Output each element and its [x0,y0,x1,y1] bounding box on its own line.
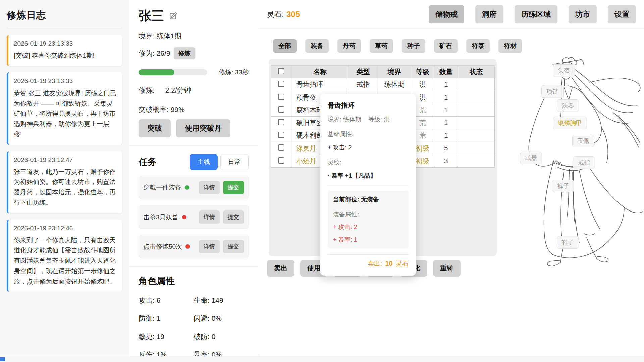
col-qty: 数量 [434,66,458,78]
slot-chest-armor[interactable]: 银鳞胸甲 [553,117,587,129]
filter-ores[interactable]: 矿石 [434,39,458,53]
row-checkbox[interactable] [278,81,284,87]
task-status-dot-icon [185,185,189,190]
tooltip-sell-value: 10 [385,260,392,267]
item-qty: 1 [434,129,458,142]
task-status-dot-icon [182,215,186,219]
task-submit-button[interactable]: 提交 [223,210,244,224]
scrollbar-thumb[interactable] [0,357,5,361]
item-status [458,78,495,91]
cultivate-button[interactable]: 修炼 [174,47,195,59]
table-header-row: 名称 类型 境界 等级 数量 状态 [271,66,495,78]
tooltip-item-name: 骨齿指环 [328,101,409,110]
task-detail-button[interactable]: 详情 [199,240,220,253]
reforge-button[interactable]: 重铸 [433,260,461,277]
item-qty: 5 [434,142,458,155]
horizontal-scrollbar[interactable] [0,356,644,362]
tooltip-equip-box: 当前部位: 无装备 装备属性: + 攻击: 2 + 暴率: 1 [328,191,409,248]
task-item: 点击修炼50次 详情 提交 [139,235,249,258]
row-checkbox[interactable] [278,144,284,151]
item-status [458,129,495,142]
slot-weapon[interactable]: 武器 [520,152,542,164]
breakthrough-button[interactable]: 突破 [139,119,171,137]
item-qty: 1 [434,78,458,91]
slot-necklace[interactable]: 项链 [541,85,564,98]
cultivation-timer: 修炼: 33秒 [219,68,249,77]
task-detail-button[interactable]: 详情 [199,181,220,194]
select-all-checkbox[interactable] [278,68,284,74]
nav-adventure-button[interactable]: 历练区域 [515,5,557,23]
realm-line: 境界: 练体1期 [139,31,249,41]
filter-talisman-materials[interactable]: 符材 [498,39,522,53]
attr-pierce: 破防: 0 [194,332,249,341]
sell-button[interactable]: 卖出 [267,260,294,277]
rate-label: 修炼: [139,86,155,94]
nav-market-button[interactable]: 坊市 [569,5,597,23]
item-status [458,142,495,155]
tab-daily-quest[interactable]: 日常 [220,154,249,170]
filter-equipment[interactable]: 装备 [305,39,329,53]
filter-pills[interactable]: 丹药 [337,39,361,53]
col-status: 状态 [458,66,495,78]
attributes-grid: 攻击: 6 生命: 149 防御: 1 闪避: 0% 敏捷: 19 破防: 0 … [139,296,249,362]
filter-all[interactable]: 全部 [273,39,297,53]
row-checkbox[interactable] [278,132,284,138]
item-status [458,155,495,168]
log-text: 你来到了一个修真大陆，只有击败天道化身才能成仙【需击败战斗地图所有圆满妖兽集齐玉… [14,235,117,287]
slot-pants[interactable]: 裤子 [552,180,574,192]
item-realm: 练体期 [378,78,411,91]
table-row[interactable]: 骨齿指环 戒指 练体期 洪 1 [271,78,495,91]
nav-settings-button[interactable]: 设置 [608,5,636,23]
tooltip-rune-label: 灵纹: [328,158,409,166]
nav-cave-button[interactable]: 洞府 [475,5,503,23]
slot-ring[interactable]: 戒指 [573,156,595,169]
filter-talismans[interactable]: 符箓 [466,39,490,53]
task-submit-button[interactable]: 提交 [223,240,244,253]
attr-dodge: 闪避: 0% [194,314,249,323]
slot-shoes[interactable]: 鞋子 [557,236,579,249]
task-submit-button[interactable]: 提交 [223,181,244,194]
log-entry: 2026-01-19 23:12:47 张三道友，此乃一万灵石，赠予你作为初始仙… [7,151,122,213]
nav-storage-ring-button[interactable]: 储物戒 [429,5,464,23]
cultivation-progress-bar [139,69,207,75]
log-text: 张三道友，此乃一万灵石，赠予你作为初始仙资。你可速去坊市，购置法器丹药，以固本培… [14,167,117,208]
tooltip-equip-attr: + 暴率: 1 [333,236,403,244]
log-entry: 2026-01-19 23:12:46 你来到了一个修真大陆，只有击败天道化身才… [7,220,122,292]
slot-jade-pendant[interactable]: 玉佩 [572,135,594,147]
row-checkbox[interactable] [278,106,284,113]
tab-main-quest[interactable]: 主线 [190,154,218,170]
log-timestamp: 2026-01-19 23:13:33 [14,40,117,47]
slot-artifact[interactable]: 法器 [557,99,579,112]
character-panel: 张三 境界: 练体1期 修为: 26/9 修炼 修炼: 33秒 修炼: 2.2/… [129,0,258,362]
rate-value: 2.2/分钟 [165,86,191,94]
task-name: 击杀3只妖兽 [143,213,179,222]
spirit-stone-label: 灵石: [267,9,284,19]
log-title: 修炼日志 [7,9,122,28]
app-root: 修炼日志 2026-01-19 23:13:33 [突破] 恭喜你突破到练体1期… [0,0,644,362]
attr-attack: 攻击: 6 [139,296,194,305]
topbar: 灵石: 305 储物戒 洞府 历练区域 坊市 设置 [258,0,644,29]
tooltip-equip-label: 装备属性: [333,210,403,218]
spirit-stone-value: 305 [286,10,300,19]
tooltip-base-label: 基础属性: [328,130,409,138]
main-panel: 灵石: 305 储物戒 洞府 历练区域 坊市 设置 全部 装备 丹药 草药 种子… [258,0,644,362]
attr-hp: 生命: 149 [194,296,249,305]
log-timestamp: 2026-01-19 23:12:47 [14,156,117,164]
filter-herbs[interactable]: 草药 [370,39,393,53]
task-item: 击杀3只妖兽 详情 提交 [139,205,249,229]
edit-name-icon[interactable] [169,12,177,20]
use-breakthrough-pill-button[interactable]: 使用突破丹 [176,119,230,137]
task-detail-button[interactable]: 详情 [199,210,220,224]
slot-helmet[interactable]: 头盔 [553,64,575,77]
tooltip-equip-attr: + 攻击: 2 [333,223,403,231]
row-checkbox[interactable] [278,119,284,125]
log-entry: 2026-01-19 23:13:33 恭贺 张三 道友突破境界! 历练之门已为… [7,72,122,145]
item-qty: 3 [434,155,458,168]
item-name: 骨齿指环 [292,78,348,91]
row-checkbox[interactable] [278,157,284,164]
cultivation-progress-fill [139,69,174,75]
log-text: [突破] 恭喜你突破到练体1期! [14,51,117,61]
attr-defense: 防御: 1 [139,314,194,323]
filter-seeds[interactable]: 种子 [402,39,425,53]
row-checkbox[interactable] [278,94,284,100]
